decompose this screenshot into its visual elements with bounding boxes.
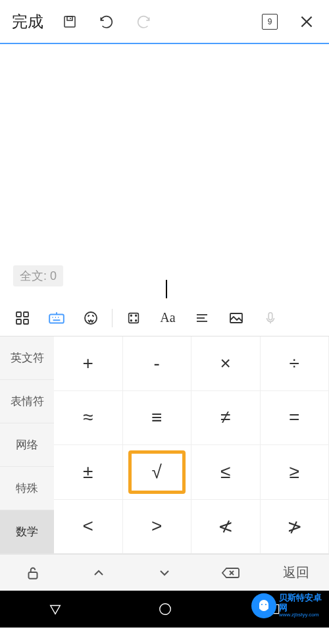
svg-rect-7 <box>16 319 21 324</box>
symbol-grid: + - × ÷ ≈ ≡ ≠ = ± √ ≤ ≥ < > ≮ ≯ <box>54 336 329 554</box>
word-count-badge: 全文: 0 <box>13 265 63 286</box>
top-bar: 完成 9 <box>0 0 329 43</box>
close-icon[interactable] <box>291 0 322 43</box>
editor-toolbar: Aa <box>0 300 329 336</box>
symbol-approx[interactable]: ≈ <box>54 391 123 446</box>
svg-rect-6 <box>24 312 28 317</box>
symbol-minus[interactable]: - <box>123 336 192 391</box>
category-tab-emoji[interactable]: 表情符 <box>0 380 54 423</box>
align-icon[interactable] <box>186 302 218 334</box>
page-indicator[interactable]: 9 <box>254 0 286 43</box>
emoji-icon[interactable] <box>75 302 107 334</box>
svg-point-15 <box>85 312 97 324</box>
mic-icon[interactable] <box>255 302 286 334</box>
svg-rect-5 <box>16 312 21 317</box>
watermark: 贝斯特安卓网 www.zjbstyy.com <box>251 592 324 620</box>
symbol-lt[interactable]: < <box>54 500 123 554</box>
android-nav-bar: 贝斯特安卓网 www.zjbstyy.com <box>0 591 329 628</box>
svg-marker-30 <box>50 606 60 614</box>
symbol-multiply[interactable]: × <box>191 336 261 391</box>
symbol-plus[interactable]: + <box>54 336 123 391</box>
symbol-nlt[interactable]: ≮ <box>191 500 261 554</box>
keyboard-icon[interactable] <box>41 302 72 334</box>
symbol-gt[interactable]: > <box>123 500 192 554</box>
svg-point-20 <box>136 319 137 321</box>
nav-back-icon[interactable] <box>48 602 63 616</box>
svg-rect-8 <box>24 319 28 324</box>
symbol-pm[interactable]: ± <box>54 445 123 500</box>
svg-rect-9 <box>49 314 64 323</box>
svg-point-17 <box>130 315 132 316</box>
save-icon[interactable] <box>54 0 86 43</box>
watermark-url: www.zjbstyy.com <box>279 612 324 618</box>
font-icon[interactable]: Aa <box>152 302 184 334</box>
done-button[interactable]: 完成 <box>7 0 49 43</box>
svg-rect-1 <box>67 16 72 20</box>
symbol-equiv[interactable]: ≡ <box>123 391 192 446</box>
symbol-equals[interactable]: = <box>261 391 330 446</box>
editor-area[interactable]: 全文: 0 <box>0 43 329 300</box>
svg-rect-0 <box>64 16 75 27</box>
watermark-logo-icon <box>251 593 276 618</box>
symbol-sqrt[interactable]: √ <box>123 445 192 500</box>
svg-rect-25 <box>268 312 272 319</box>
svg-point-31 <box>160 604 171 615</box>
chevron-down-icon[interactable] <box>132 554 197 591</box>
category-tab-network[interactable]: 网络 <box>0 423 54 467</box>
undo-icon[interactable] <box>91 0 122 43</box>
svg-point-19 <box>130 319 132 321</box>
symbol-neq[interactable]: ≠ <box>191 391 261 446</box>
redo-icon <box>128 0 159 43</box>
lock-icon[interactable] <box>0 554 66 591</box>
watermark-title: 贝斯特安卓网 <box>279 593 324 612</box>
backspace-icon[interactable] <box>197 554 263 591</box>
keyboard-bottom-bar: 返回 <box>0 554 329 591</box>
nav-home-icon[interactable] <box>158 602 172 616</box>
symbol-panel: 英文符 表情符 网络 特殊 数学 + - × ÷ ≈ ≡ ≠ = ± √ ≤ ≥… <box>0 336 329 554</box>
category-tab-special[interactable]: 特殊 <box>0 467 54 510</box>
symbol-leq[interactable]: ≤ <box>191 445 261 500</box>
svg-point-18 <box>136 315 137 316</box>
category-tabs: 英文符 表情符 网络 特殊 数学 <box>0 336 54 554</box>
chevron-up-icon[interactable] <box>66 554 132 591</box>
svg-rect-16 <box>129 313 139 323</box>
grid-icon[interactable] <box>7 302 38 334</box>
svg-rect-27 <box>29 572 38 578</box>
symbol-divide[interactable]: ÷ <box>261 336 330 391</box>
category-tab-english[interactable]: 英文符 <box>0 336 54 380</box>
fullscreen-icon[interactable] <box>118 302 149 334</box>
symbol-geq[interactable]: ≥ <box>261 445 330 500</box>
return-button[interactable]: 返回 <box>263 554 329 591</box>
image-icon[interactable] <box>220 302 252 334</box>
symbol-ngt[interactable]: ≯ <box>261 500 330 554</box>
text-cursor <box>166 280 167 298</box>
category-tab-math[interactable]: 数学 <box>0 510 54 554</box>
